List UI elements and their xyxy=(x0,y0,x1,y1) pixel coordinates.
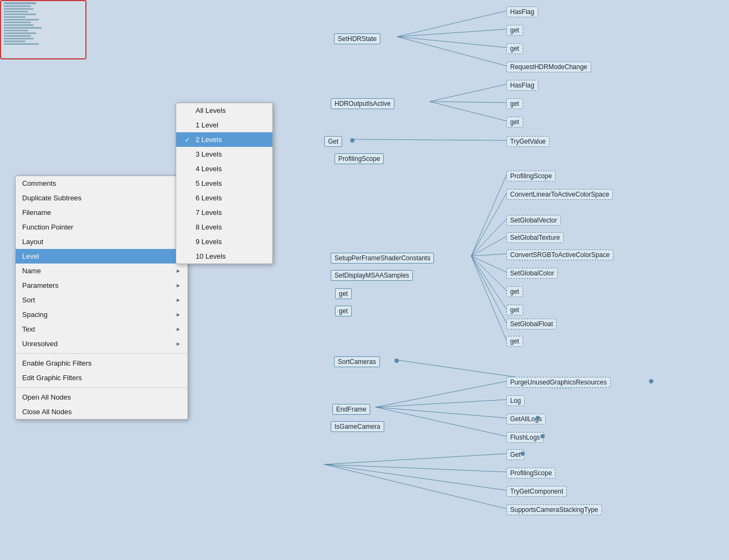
node-sethdstate[interactable]: SetHDRState xyxy=(334,33,380,44)
node-log[interactable]: Log xyxy=(506,395,525,406)
menu-item-editgraphic[interactable]: Edit Graphic Filters xyxy=(16,370,188,385)
submenu-item-8levels[interactable]: 8 Levels xyxy=(176,220,272,234)
node-trygetvalue[interactable]: TryGetValue xyxy=(506,136,550,147)
node-setdisplaymsaa[interactable]: SetDisplayMSAASamples xyxy=(331,270,413,281)
chevron-unresolved: ► xyxy=(176,341,181,347)
menu-item-sort[interactable]: Sort ► xyxy=(16,293,188,307)
menu-item-parameters[interactable]: Parameters ► xyxy=(16,278,188,293)
chevron-text: ► xyxy=(176,326,181,332)
svg-rect-38 xyxy=(4,32,36,34)
node-hdroutput[interactable]: HDROutputIsActive xyxy=(331,98,394,109)
node-get5[interactable]: get xyxy=(335,288,352,299)
menu-item-filename[interactable]: Filename ► xyxy=(16,205,188,220)
svg-line-20 xyxy=(376,400,506,407)
svg-line-22 xyxy=(376,407,506,436)
svg-line-24 xyxy=(324,464,506,472)
node-setglobaltexture[interactable]: SetGlobalTexture xyxy=(506,232,564,243)
node-get8[interactable]: get xyxy=(506,305,523,315)
svg-rect-37 xyxy=(4,30,28,31)
submenu-item-3levels[interactable]: 3 Levels xyxy=(176,147,272,161)
menu-item-name[interactable]: Name ► xyxy=(16,264,188,278)
node-profilingscope2[interactable]: ProfilingScope xyxy=(506,171,556,181)
node-flushlogs[interactable]: FlushLogs xyxy=(506,432,544,443)
node-setglobalcolor[interactable]: SetGlobalColor xyxy=(506,268,558,279)
chevron-parameters: ► xyxy=(176,282,181,288)
node-profilingscope1[interactable]: ProfilingScope xyxy=(335,153,384,164)
menu-label-spacing: Spacing xyxy=(22,311,48,319)
node-purgeunused[interactable]: PurgeUnusedGraphicsResources xyxy=(506,377,611,388)
submenu-item-2levels[interactable]: ✓ 2 Levels xyxy=(176,132,272,147)
submenu-label-6levels: 6 Levels xyxy=(196,194,222,202)
svg-line-4 xyxy=(430,84,506,102)
svg-line-9 xyxy=(471,193,506,256)
node-setupperframe[interactable]: SetupPerFrameShaderConstants xyxy=(331,253,434,264)
node-get9[interactable]: get xyxy=(506,336,523,347)
node-get4[interactable]: get xyxy=(506,117,523,127)
menu-item-enablegraphic[interactable]: Enable Graphic Filters xyxy=(16,356,188,370)
submenu-item-5levels[interactable]: 5 Levels xyxy=(176,176,272,191)
menu-label-openallnodes: Open All Nodes xyxy=(22,393,71,401)
submenu-item-6levels[interactable]: 6 Levels xyxy=(176,191,272,205)
node-hasflag1[interactable]: HasFlag xyxy=(506,6,538,17)
submenu-item-10levels[interactable]: 10 Levels xyxy=(176,249,272,264)
node-supportscamera[interactable]: SupportsCameraStackingType xyxy=(506,504,602,515)
menu-item-comments[interactable]: Comments ► xyxy=(16,176,188,191)
node-get7[interactable]: get xyxy=(335,306,352,316)
menu-item-closeallnodes[interactable]: Close All Nodes xyxy=(16,404,188,419)
menu-item-spacing[interactable]: Spacing ► xyxy=(16,307,188,322)
node-get6[interactable]: get xyxy=(506,286,523,297)
submenu-item-alllevels[interactable]: All Levels xyxy=(176,103,272,118)
menu-label-parameters: Parameters xyxy=(22,281,58,289)
check-10levels xyxy=(185,253,193,260)
node-endframe[interactable]: EndFrame xyxy=(332,404,370,415)
node-get3[interactable]: get xyxy=(506,98,523,109)
node-isgamecamera[interactable]: IsGameCamera xyxy=(331,421,384,432)
node-get[interactable]: Get xyxy=(324,136,342,147)
node-setglobalvector[interactable]: SetGlobalVector xyxy=(506,215,561,226)
node-trygetcomponent[interactable]: TryGetComponent xyxy=(506,486,567,497)
check-1level xyxy=(185,122,193,129)
menu-item-unresolved[interactable]: Unresolved ► xyxy=(16,336,188,351)
menu-label-enablegraphic: Enable Graphic Filters xyxy=(22,359,92,367)
svg-line-6 xyxy=(430,102,506,121)
submenu-item-9levels[interactable]: 9 Levels xyxy=(176,234,272,249)
minimap[interactable] xyxy=(0,0,86,59)
check-7levels xyxy=(185,209,193,217)
node-hasflag2[interactable]: HasFlag xyxy=(506,80,538,91)
minimap-content xyxy=(1,1,85,58)
menu-item-openallnodes[interactable]: Open All Nodes xyxy=(16,390,188,404)
get2-dot xyxy=(520,451,525,456)
menu-item-level[interactable]: Level ► xyxy=(16,249,188,264)
node-sortcameras[interactable]: SortCameras xyxy=(334,356,380,367)
node-convertsrgb[interactable]: ConvertSRGBToActiveColorSpace xyxy=(506,249,613,260)
menu-item-duplicate[interactable]: Duplicate Subtrees ► xyxy=(16,191,188,205)
node-profilingscope3[interactable]: ProfilingScope xyxy=(506,468,556,478)
svg-line-14 xyxy=(471,256,506,291)
check-5levels xyxy=(185,180,193,187)
node-requesthdr[interactable]: RequestHDRModeChange xyxy=(506,62,591,72)
submenu-label-3levels: 3 Levels xyxy=(196,150,222,158)
svg-rect-31 xyxy=(4,14,36,15)
node-getalllogs[interactable]: GetAllLogs xyxy=(506,414,546,424)
svg-line-10 xyxy=(471,219,506,256)
svg-line-19 xyxy=(376,381,506,407)
purgeunused-dot xyxy=(649,379,653,383)
submenu-item-4levels[interactable]: 4 Levels xyxy=(176,161,272,176)
node-get1[interactable]: get xyxy=(506,25,523,36)
menu-item-layout[interactable]: Layout ► xyxy=(16,234,188,249)
node-setglobalfloat[interactable]: SetGlobalFloat xyxy=(506,319,557,329)
svg-line-15 xyxy=(471,256,506,309)
menu-item-functionpointer[interactable]: Function Pointer ► xyxy=(16,220,188,234)
submenu-label-9levels: 9 Levels xyxy=(196,238,222,246)
svg-line-7 xyxy=(351,139,506,140)
svg-rect-27 xyxy=(4,2,36,4)
submenu-item-7levels[interactable]: 7 Levels xyxy=(176,205,272,220)
node-get2[interactable]: get xyxy=(506,43,523,54)
menu-item-text[interactable]: Text ► xyxy=(16,322,188,336)
menu-label-name: Name xyxy=(22,267,41,275)
node-convertlinear[interactable]: ConvertLinearToActiveColorSpace xyxy=(506,189,613,200)
menu-label-text: Text xyxy=(22,325,35,333)
svg-line-2 xyxy=(397,37,506,48)
submenu-item-1level[interactable]: 1 Level xyxy=(176,118,272,132)
svg-line-11 xyxy=(471,237,506,256)
